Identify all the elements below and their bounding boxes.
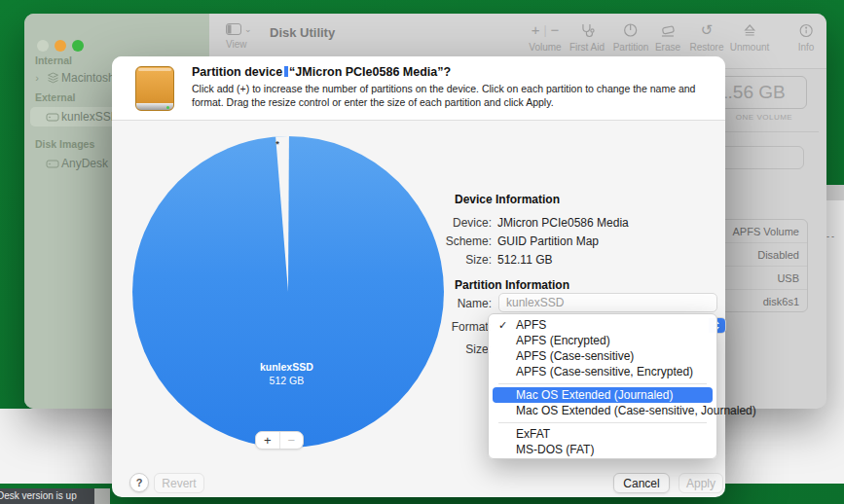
view-control[interactable]: ⌄ View (226, 23, 265, 50)
sidebar-item-label: Macintosh (61, 71, 115, 85)
info-icon (798, 21, 815, 39)
minimize-button[interactable] (55, 40, 66, 52)
toolbar-erase[interactable]: Erase (655, 21, 680, 53)
partition-size-label: Size: (404, 342, 492, 356)
partition-name-input[interactable]: kunlexSSD (498, 293, 717, 312)
toolbar-info[interactable]: Info (798, 21, 815, 53)
close-button[interactable] (37, 40, 49, 52)
device-label: Device: (404, 216, 492, 230)
menu-item-exfat[interactable]: ExFAT (493, 426, 713, 442)
background-window-placeholder: -- (826, 232, 836, 241)
apply-button[interactable]: Apply (679, 473, 723, 493)
background-statusbar: Desk version is up (0, 488, 94, 504)
remove-volume-icon[interactable]: − (551, 21, 560, 39)
partition-info-heading: Partition Information (455, 278, 569, 292)
partition-pie-chart[interactable]: * kunlexSSD 512 GB (132, 136, 444, 448)
dialog-header: Partition device“JMicron PCIe0586 Media”… (112, 56, 725, 121)
view-label: View (226, 39, 265, 50)
name-label: Name: (404, 297, 492, 310)
dialog-description: Click add (+) to increase the number of … (192, 83, 703, 110)
help-button[interactable]: ? (129, 473, 149, 492)
sidebar-toggle-icon (226, 23, 241, 35)
menu-separator (498, 422, 707, 423)
menu-item-apfs-case-sensitive[interactable]: APFS (Case-sensitive) (493, 348, 713, 364)
statusbar-text: Desk version is up (0, 488, 77, 504)
menu-item-macos-extended-case-sensitive[interactable]: Mac OS Extended (Case-sensitive, Journal… (493, 403, 713, 418)
internal-disk-icon (44, 72, 61, 84)
cancel-button[interactable]: Cancel (613, 473, 670, 493)
menu-separator (498, 383, 707, 384)
zoom-button[interactable] (72, 40, 84, 52)
text-cursor (284, 66, 288, 77)
chevron-right-icon[interactable]: › (30, 72, 44, 84)
external-disk-icon (44, 112, 61, 123)
device-info-heading: Device Information (455, 193, 560, 206)
menu-item-apfs[interactable]: ✓ APFS (493, 317, 713, 333)
menu-item-macos-extended-journaled[interactable]: Mac OS Extended (Journaled) (493, 387, 713, 403)
pie-label: kunlexSSD 512 GB (260, 360, 313, 387)
partition-icon (613, 21, 649, 39)
desktop: -- Desk version is up Internal › Macinto… (0, 0, 844, 504)
chevron-down-icon: ⌄ (244, 24, 252, 34)
partition-add-remove: + − (255, 431, 304, 450)
sidebar-item-label: kunlexSSD (61, 110, 119, 124)
toolbar-unmount[interactable]: Unmount (730, 21, 770, 53)
sidebar-item-label: AnyDesk (61, 157, 108, 170)
add-volume-icon[interactable]: + (532, 21, 540, 39)
format-menu: ✓ APFS APFS (Encrypted) APFS (Case-sensi… (488, 313, 717, 459)
toolbar-partition[interactable]: Partition (613, 21, 649, 53)
add-partition-button[interactable]: + (256, 432, 279, 449)
menu-item-apfs-encrypted[interactable]: APFS (Encrypted) (493, 333, 713, 348)
scheme-value: GUID Partition Map (497, 234, 599, 248)
size-value: 512.11 GB (497, 253, 552, 267)
partition-dialog: Partition device“JMicron PCIe0586 Media”… (112, 56, 725, 497)
toolbar-restore[interactable]: ↺ Restore (689, 21, 723, 53)
background-statusbar-stub (94, 488, 110, 504)
scheme-label: Scheme: (404, 234, 492, 248)
pie-label-size: 512 GB (260, 374, 313, 387)
remove-partition-button[interactable]: − (279, 432, 304, 449)
revert-button[interactable]: Revert (154, 473, 204, 493)
pie-small-slice[interactable] (132, 136, 444, 448)
menu-item-msdos-fat[interactable]: MS-DOS (FAT) (493, 442, 713, 457)
erase-icon (655, 21, 680, 39)
sidebar-section-external: External (35, 91, 75, 103)
restore-icon: ↺ (689, 21, 723, 39)
pie-slice-marker: * (275, 139, 279, 149)
device-value: JMicron PCIe0586 Media (497, 216, 629, 230)
dialog-title: Partition device“JMicron PCIe0586 Media”… (192, 65, 451, 79)
external-drive-icon (131, 65, 178, 112)
toolbar-first-aid[interactable]: First Aid (569, 21, 605, 53)
pie-label-name: kunlexSSD (260, 360, 313, 374)
checkmark-icon: ✓ (498, 317, 507, 333)
sidebar-section-disk-images: Disk Images (35, 138, 94, 150)
window-title: Disk Utility (270, 25, 335, 40)
eject-icon (730, 21, 770, 39)
menu-item-apfs-case-sensitive-encrypted[interactable]: APFS (Case-sensitive, Encrypted) (493, 364, 713, 379)
disk-image-icon (44, 159, 61, 169)
size-label: Size: (404, 253, 492, 267)
sidebar-section-internal: Internal (35, 54, 72, 66)
first-aid-icon (569, 21, 605, 39)
toolbar-volume[interactable]: +|− Volume (529, 21, 561, 53)
format-label: Format: (404, 320, 492, 334)
